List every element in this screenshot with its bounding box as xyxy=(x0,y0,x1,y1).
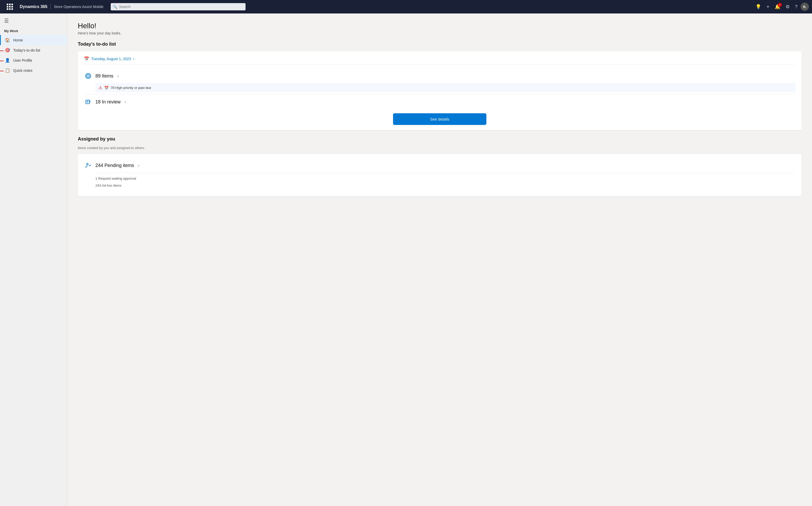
sidebar-item-todo[interactable]: 🎯 Today's to-do list xyxy=(0,45,67,55)
items-stat-row[interactable]: 89 Items › xyxy=(84,70,795,82)
svg-point-2 xyxy=(88,75,89,77)
warning-icon: ⚠ xyxy=(98,85,102,90)
notes-icon: 📋 xyxy=(5,68,10,73)
svg-point-4 xyxy=(87,163,88,165)
app-name: Store Operations Assist Mobile xyxy=(54,5,103,9)
hamburger-button[interactable]: ☰ xyxy=(0,15,67,28)
high-priority-label: 78 High priority or past due xyxy=(111,86,151,90)
waffle-button[interactable] xyxy=(3,1,17,13)
stat-divider xyxy=(84,94,795,95)
home-icon: 🏠 xyxy=(5,37,10,43)
topbar-divider xyxy=(51,4,51,10)
waffle-icon xyxy=(5,2,14,11)
notifications-button[interactable]: 🔔 7 xyxy=(773,2,783,11)
assigned-card: 244 Pending items › 1 Request waiting ap… xyxy=(78,154,802,196)
todo-card: 📅 Tuesday, August 1, 2023 › 89 Items › xyxy=(78,51,802,130)
calendar-icon: 📅 xyxy=(84,56,89,61)
topbar: Dynamics 365 Store Operations Assist Mob… xyxy=(0,0,812,13)
date-chevron-icon: › xyxy=(133,57,134,61)
content-area: Hello! Here's how your day looks. Today'… xyxy=(67,13,812,506)
sidebar-item-notes[interactable]: 📋 Quick notes xyxy=(0,65,67,75)
sidebar-item-todo-label: Today's to-do list xyxy=(13,48,40,52)
settings-button[interactable]: ⚙ xyxy=(784,2,792,11)
assigned-section-title: Assigned by you xyxy=(78,136,802,142)
sidebar-item-profile-label: User Profile xyxy=(13,58,32,63)
topbar-actions: 5 💡 + 6 🔔 7 7 ⚙ ? R. xyxy=(753,2,809,11)
pending-item-2: 243 Ad-hoc items xyxy=(95,182,795,189)
search-input[interactable] xyxy=(111,3,246,10)
add-button[interactable]: + xyxy=(764,2,772,11)
see-details-button[interactable]: See details xyxy=(393,113,486,125)
items-count-label: 89 Items xyxy=(95,73,113,79)
sidebar-section-title: My Work xyxy=(0,28,67,35)
pending-icon xyxy=(84,162,92,168)
calendar-red-icon: 📅 xyxy=(104,86,109,90)
greeting-subtitle: Here's how your day looks. xyxy=(78,31,802,35)
pending-stat-row[interactable]: 244 Pending items › xyxy=(84,159,795,172)
pending-sub-items: 1 Request waiting approval 243 Ad-hoc it… xyxy=(95,173,795,191)
sidebar-item-home[interactable]: 🏠 Home xyxy=(0,35,67,45)
in-review-icon xyxy=(84,99,92,105)
todo-section-title: Today's to-do list xyxy=(78,41,802,47)
sidebar-item-notes-label: Quick notes xyxy=(13,68,32,73)
in-review-label: 18 In review xyxy=(95,99,120,105)
todo-icon: 🎯 xyxy=(5,48,10,53)
pending-item-1: 1 Request waiting approval xyxy=(95,175,795,182)
items-chevron-icon: › xyxy=(117,74,119,78)
assigned-subtitle: Items created by you and assigned to oth… xyxy=(78,146,802,150)
target-icon xyxy=(84,73,92,79)
greeting-title: Hello! xyxy=(78,22,802,30)
lightbulb-button[interactable]: 💡 xyxy=(753,2,763,11)
notification-badge: 7 xyxy=(778,3,782,7)
in-review-stat-row[interactable]: 18 In review › xyxy=(84,96,795,108)
high-priority-row: ⚠ 📅 78 High priority or past due xyxy=(95,83,795,92)
profile-icon: 👤 xyxy=(5,58,10,63)
sidebar-item-profile[interactable]: 👤 User Profile xyxy=(0,55,67,65)
main-layout: ☰ My Work 1 🏠 Home 2 🎯 Today's to-do lis… xyxy=(0,13,812,506)
date-label: Tuesday, August 1, 2023 xyxy=(91,57,131,61)
in-review-chevron-icon: › xyxy=(125,100,126,104)
pending-chevron-icon: › xyxy=(138,163,140,167)
sidebar: ☰ My Work 1 🏠 Home 2 🎯 Today's to-do lis… xyxy=(0,13,67,506)
search-container: 🔍 xyxy=(111,3,246,10)
sidebar-item-home-label: Home xyxy=(13,38,23,42)
date-row[interactable]: 📅 Tuesday, August 1, 2023 › xyxy=(84,56,795,65)
search-icon: 🔍 xyxy=(113,5,117,9)
pending-count-label: 244 Pending items xyxy=(95,163,134,168)
help-button[interactable]: ? xyxy=(793,3,800,11)
brand-name: Dynamics 365 xyxy=(20,4,48,9)
avatar-button[interactable]: R. xyxy=(801,3,809,11)
